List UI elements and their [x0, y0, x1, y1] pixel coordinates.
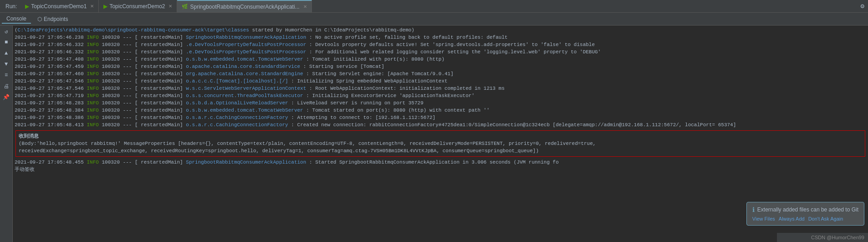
tab-bar-right: ⚙ [861, 2, 868, 10]
tab-topic-consumer-demo1[interactable]: ▶ TopicConsumerDemo1 ✕ [20, 0, 99, 12]
log-line-last: 2021-09-27 17:05:48.455 INFO 100320 --- … [15, 159, 866, 166]
sidebar: ↺ ■ ▲ ▼ ≡ 🖨 📌 [0, 26, 13, 242]
log-line-path: (C:\IdeaProjects\rabbitmq-demo\springboo… [15, 26, 866, 34]
git-notification-actions: View Files Always Add Don't Ask Again [752, 216, 858, 221]
sidebar-print[interactable]: 🖨 [1, 81, 11, 91]
tab-label-1: TopicConsumerDemo1 [31, 3, 87, 10]
received-body: (Body:'hello,springboot rabbitmq!' Messa… [19, 140, 862, 147]
git-notification-message: Externally added files can be added to G… [757, 206, 858, 213]
console-toolbar: Console ⬡ Endpoints [0, 13, 868, 26]
log-line-9: 2021-09-27 17:05:47.719 INFO 100320 --- … [15, 92, 866, 99]
path-link[interactable]: C:\IdeaProjects\rabbitmq-demo\springboot… [18, 27, 249, 33]
sidebar-up[interactable]: ▲ [1, 48, 11, 58]
tab-bar-left: Run: ▶ TopicConsumerDemo1 ✕ ▶ TopicConsu… [2, 0, 312, 12]
tab-bar: Run: ▶ TopicConsumerDemo1 ✕ ▶ TopicConsu… [0, 0, 868, 13]
log-line-7: 2021-09-27 17:05:47.546 INFO 100320 --- … [15, 77, 866, 85]
git-notification-header: ℹ Externally added files can be added to… [752, 206, 858, 213]
log-line-4: 2021-09-27 17:05:47.408 INFO 100320 --- … [15, 56, 866, 63]
tab-icon-2: ▶ [103, 3, 107, 10]
sidebar-rerun[interactable]: ↺ [1, 26, 11, 36]
tab-close-1[interactable]: ✕ [90, 4, 94, 9]
manual-ack-text: 手动签收 [15, 167, 35, 172]
log-line-6: 2021-09-27 17:05:47.460 INFO 100320 --- … [15, 70, 866, 77]
git-always-add[interactable]: Always Add [779, 216, 805, 221]
tab-icon-3: 🌿 [182, 4, 188, 10]
git-dont-ask-again[interactable]: Don't Ask Again [808, 216, 843, 221]
tab-icon-1: ▶ [25, 3, 29, 10]
git-view-files[interactable]: View Files [752, 216, 775, 221]
received-message-box: 收到消息 (Body:'hello,springboot rabbitmq!' … [15, 130, 865, 157]
tab-close-3[interactable]: ✕ [303, 4, 307, 9]
endpoints-icon: ⬡ [37, 16, 42, 22]
log-line-3: 2021-09-27 17:05:46.332 INFO 100320 --- … [15, 48, 866, 56]
manual-ack-line: 手动签收 [15, 166, 866, 173]
log-line-13: 2021-09-27 17:05:48.413 INFO 100320 --- … [15, 121, 866, 129]
tab-endpoints[interactable]: ⬡ Endpoints [33, 15, 72, 23]
status-text: CSDN @HumorChen99 [811, 235, 864, 240]
log-line-2: 2021-09-27 17:05:46.332 INFO 100320 --- … [15, 41, 866, 48]
log-line-11: 2021-09-27 17:05:48.384 INFO 100320 --- … [15, 107, 866, 114]
run-label: Run: [2, 3, 20, 10]
endpoints-label: Endpoints [44, 16, 68, 22]
settings-icon[interactable]: ⚙ [861, 2, 864, 10]
log-line-10: 2021-09-27 17:05:48.283 INFO 100320 --- … [15, 99, 866, 107]
log-line-5: 2021-09-27 17:05:47.459 INFO 100320 --- … [15, 63, 866, 70]
tab-springboot-ack[interactable]: 🌿 SpringbootRabbitmqConsumerAckApplicati… [177, 0, 311, 12]
git-notification: ℹ Externally added files can be added to… [746, 202, 864, 226]
main-area: ↺ ■ ▲ ▼ ≡ 🖨 📌 (C:\IdeaProjects\rabbitmq-… [0, 26, 868, 242]
sidebar-stop[interactable]: ■ [1, 37, 11, 47]
received-title: 收到消息 [19, 133, 862, 140]
sidebar-down[interactable]: ▼ [1, 59, 11, 69]
tab-topic-consumer-demo2[interactable]: ▶ TopicConsumerDemo2 ✕ [99, 0, 177, 12]
log-line-12: 2021-09-27 17:05:48.386 INFO 100320 --- … [15, 114, 866, 121]
tab-console[interactable]: Console [2, 15, 31, 24]
sidebar-pin[interactable]: 📌 [1, 92, 11, 102]
tab-close-2[interactable]: ✕ [168, 4, 172, 9]
git-info-icon: ℹ [752, 206, 755, 213]
tab-label-2: TopicConsumerDemo2 [109, 3, 165, 10]
sidebar-fold[interactable]: ≡ [1, 70, 11, 80]
received-body2: receivedExchange=springboot_topic_exchan… [19, 147, 862, 154]
log-line-1: 2021-09-27 17:05:46.238 INFO 100320 --- … [15, 34, 866, 41]
console-output[interactable]: (C:\IdeaProjects\rabbitmq-demo\springboo… [13, 26, 868, 242]
log-line-8: 2021-09-27 17:05:47.546 INFO 100320 --- … [15, 85, 866, 92]
status-bar: CSDN @HumorChen99 [777, 233, 868, 242]
tab-label-3: SpringbootRabbitmqConsumerAckApplicati..… [190, 4, 299, 10]
